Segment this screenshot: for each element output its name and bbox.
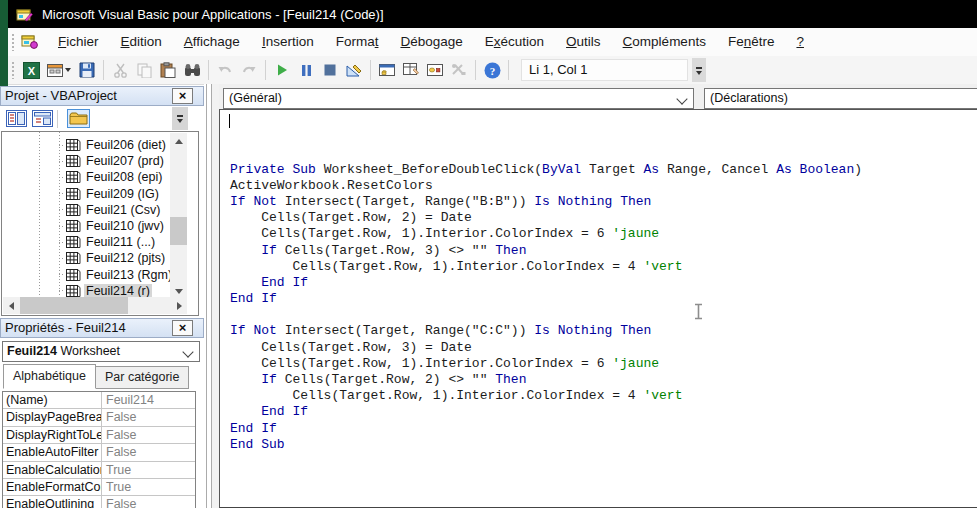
scroll-left-icon[interactable] [3,297,19,314]
toolbox-icon[interactable] [447,58,471,82]
code-editor[interactable]: Private Sub Worksheet_BeforeDoubleClick(… [219,109,977,508]
scroll-up-icon[interactable] [170,133,187,149]
menu-item-edition[interactable]: Edition [110,28,173,56]
project-toolbar-overflow-button[interactable] [172,107,188,130]
property-value[interactable]: False [102,409,195,425]
procedure-dropdown[interactable]: (Déclarations) [704,88,977,109]
code-line[interactable]: If Not Intersect(Target, Range("B:B")) I… [230,194,977,210]
project-tree-item[interactable]: Feuil210 (jwv) [2,218,181,234]
property-value[interactable]: False [102,496,195,508]
project-tree-item[interactable]: Feuil207 (prd) [2,153,181,169]
ibeam-mouse-pointer [694,303,703,324]
object-browser-icon[interactable] [423,58,447,82]
menu-item-fentre[interactable]: Fenêtre [717,28,786,56]
horizontal-scroll-thumb[interactable] [20,297,128,314]
properties-panel-close-icon[interactable]: × [172,320,193,336]
code-line[interactable] [230,129,977,145]
properties-window-icon[interactable] [399,58,423,82]
save-icon[interactable] [75,58,99,82]
property-row[interactable]: DisplayRightToLefFalse [3,427,195,444]
menu-item-help[interactable]: ? [785,28,815,56]
code-line[interactable]: ActiveWorkbook.ResetColors [230,178,977,194]
insert-object-dropdown-icon[interactable] [65,68,71,72]
project-tree-item[interactable]: Feuil213 (Rgm) [2,267,181,283]
view-microsoft-excel-icon[interactable]: X [19,58,43,82]
menu-item-format[interactable]: Format [325,28,390,56]
project-tree-item[interactable]: Feuil21 (Csv) [2,202,181,218]
code-line[interactable]: End If [230,421,977,437]
run-icon[interactable] [270,58,294,82]
tab-alphabetique[interactable]: Alphabétique [3,364,96,389]
break-icon[interactable] [294,58,318,82]
paste-icon[interactable] [156,58,180,82]
tab-par-categorie[interactable]: Par catégorie [95,366,189,389]
code-line[interactable]: If Not Intersect(Target, Range("C:C")) I… [230,323,977,339]
help-icon[interactable]: ? [480,58,504,82]
code-line[interactable] [230,145,977,161]
dock-splitter[interactable] [204,84,219,508]
property-value[interactable]: Feuil214 [102,392,195,408]
code-line[interactable] [230,113,977,129]
view-code-icon[interactable] [6,110,27,127]
property-value[interactable]: True [102,479,195,495]
project-explorer-icon[interactable] [375,58,399,82]
code-line[interactable]: End Sub [230,437,977,453]
view-object-icon[interactable] [32,110,53,127]
property-row[interactable]: DisplayPageBreakFalse [3,409,195,426]
menu-item-insertion[interactable]: Insertion [251,28,325,56]
find-icon[interactable] [180,58,204,82]
reset-icon[interactable] [318,58,342,82]
menu-item-affichage[interactable]: Affichage [173,28,251,56]
property-row[interactable]: EnableAutoFilterFalse [3,444,195,461]
menu-item-dbogage[interactable]: Débogage [389,28,473,56]
insert-userform-icon[interactable] [43,58,67,82]
toolbar-options-button[interactable] [692,58,706,82]
project-tree-vertical-scrollbar[interactable] [170,133,187,299]
menu-item-complments[interactable]: Compléments [612,28,717,56]
menu-item-fichier[interactable]: Fichier [47,28,110,56]
toggle-folders-icon[interactable] [67,109,90,128]
vertical-scroll-thumb[interactable] [170,217,187,245]
menu-item-excution[interactable]: Exécution [474,28,555,56]
property-row[interactable]: EnableFormatConTrue [3,479,195,496]
project-tree-horizontal-scrollbar[interactable] [3,297,187,314]
code-line[interactable]: Cells(Target.Row, 1).Interior.ColorIndex… [230,259,977,275]
menubar-grip[interactable] [11,33,15,51]
code-line[interactable]: If Cells(Target.Row, 3) <> "" Then [230,243,977,259]
properties-object-dropdown[interactable]: Feuil214 Worksheet [2,341,200,362]
code-line[interactable]: Cells(Target.Row, 3) = Date [230,340,977,356]
property-row[interactable]: EnableCalculationTrue [3,462,195,479]
property-row[interactable]: EnableOutliningFalse [3,496,195,508]
code-line[interactable]: Cells(Target.Row, 1).Interior.ColorIndex… [230,226,977,242]
property-value[interactable]: False [102,444,195,460]
code-line[interactable]: End If [230,275,977,291]
tree-item-label: Feuil208 (epi) [84,170,164,184]
code-line[interactable]: Cells(Target.Row, 1).Interior.ColorIndex… [230,356,977,372]
toolbar-grip[interactable] [11,61,15,79]
object-dropdown[interactable]: (Général) [223,88,694,109]
project-panel-close-icon[interactable]: × [172,88,193,104]
project-tree-item[interactable]: Feuil206 (diet) [2,137,181,153]
code-line[interactable]: Cells(Target.Row, 1).Interior.ColorIndex… [230,388,977,404]
cut-icon[interactable] [108,58,132,82]
project-tree-item[interactable]: Feuil211 (...) [2,234,181,250]
design-mode-icon[interactable] [342,58,366,82]
menu-app-icon[interactable] [21,34,39,50]
menu-item-outils[interactable]: Outils [555,28,612,56]
undo-icon[interactable] [213,58,237,82]
copy-icon[interactable] [132,58,156,82]
code-line[interactable]: End If [230,291,977,307]
code-line[interactable] [230,307,977,323]
code-line[interactable]: Cells(Target.Row, 2) = Date [230,210,977,226]
code-line[interactable]: Private Sub Worksheet_BeforeDoubleClick(… [230,162,977,178]
property-value[interactable]: True [102,462,195,478]
redo-icon[interactable] [237,58,261,82]
project-tree-item[interactable]: Feuil212 (pjts) [2,250,181,266]
code-line[interactable]: If Cells(Target.Row, 2) <> "" Then [230,372,977,388]
project-tree-item[interactable]: Feuil208 (epi) [2,169,181,185]
project-tree-item[interactable]: Feuil209 (IG) [2,186,181,202]
property-row[interactable]: (Name)Feuil214 [3,392,195,409]
scroll-right-icon[interactable] [171,297,187,314]
property-value[interactable]: False [102,427,195,443]
code-line[interactable]: End If [230,404,977,420]
